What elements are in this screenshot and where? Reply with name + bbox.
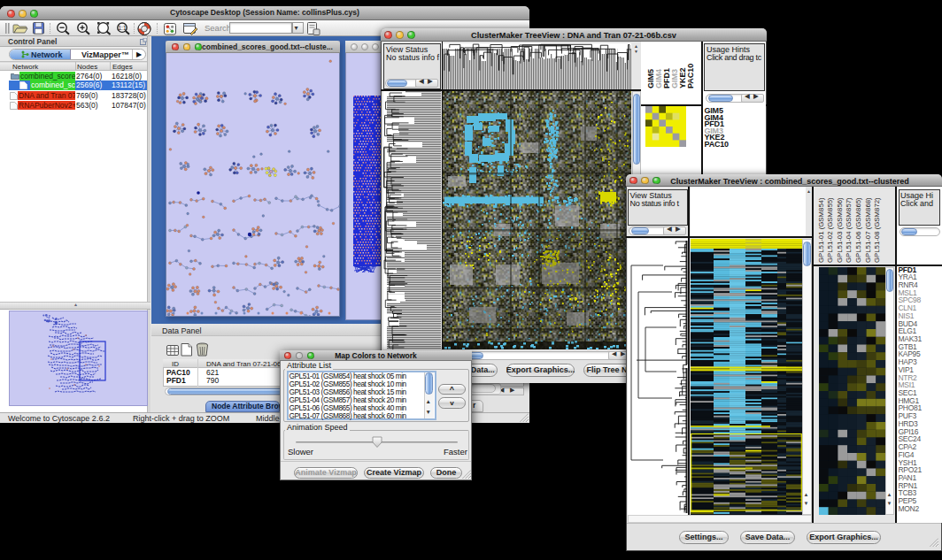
svg-text:GPL51-02 (GSM855): GPL51-02 (GSM855) bbox=[826, 197, 834, 263]
svg-text:GPL51-08 (GSM872): GPL51-08 (GSM872) bbox=[873, 197, 881, 263]
svg-text:GPL51-07 (GSM868): GPL51-07 (GSM868) bbox=[864, 197, 872, 263]
svg-text:GPL51-03 (GSM856): GPL51-03 (GSM856) bbox=[836, 197, 844, 263]
svg-text:1:1: 1:1 bbox=[118, 25, 126, 31]
svg-text:PAC10: PAC10 bbox=[686, 64, 695, 88]
svg-text:GPL51-06 (GSM865): GPL51-06 (GSM865) bbox=[854, 197, 862, 263]
svg-text:GPL51-04 (GSM857): GPL51-04 (GSM857) bbox=[845, 197, 853, 263]
svg-text:GPL51-01 (GSM854): GPL51-01 (GSM854) bbox=[817, 197, 825, 263]
